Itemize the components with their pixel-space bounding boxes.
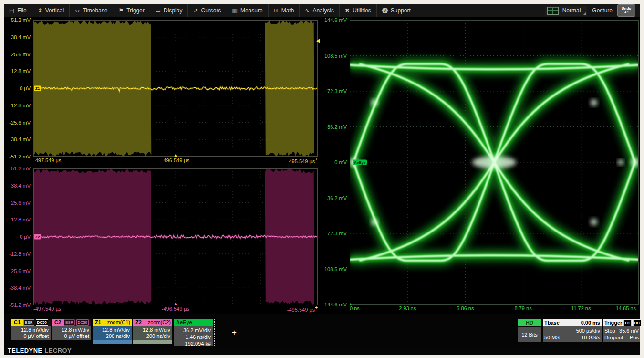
y-axis-label: 0 µV xyxy=(4,85,31,91)
trace-descriptor-aeeye[interactable]: AeEye36.2 mV/div1.46 ns/div192.094 k# xyxy=(174,319,213,348)
tbase-samples: 50 MS xyxy=(544,334,560,341)
file-icon: ▤ xyxy=(9,7,14,14)
descriptor-title: Z2 xyxy=(134,319,143,326)
measure-icon: ▥ xyxy=(232,7,238,14)
trigger-level-marker[interactable] xyxy=(316,39,320,43)
vertical-icon: ↕ xyxy=(38,7,42,14)
y-axis-label: 38.4 mV xyxy=(4,183,31,189)
y-axis-label: 144.6 mV xyxy=(319,17,347,23)
waveform-plot-area[interactable] xyxy=(33,20,318,157)
menu-math[interactable]: ⊞Math xyxy=(269,4,300,17)
descriptor-header: Z1zoom(C1) xyxy=(93,319,132,326)
menu-display[interactable]: ▭Display xyxy=(150,4,188,17)
trigger-time-marker[interactable]: ▲ xyxy=(174,301,178,306)
timebase-box[interactable]: Tbase 0.00 ms 500 µs/div 50 MS 10 GS/s xyxy=(543,319,602,342)
menu-support[interactable]: iSupport xyxy=(377,4,416,17)
brand-logo: TELEDYNE xyxy=(8,347,42,354)
descriptor-values: 12.8 mV/div0 µV offset xyxy=(11,326,51,340)
undo-button[interactable]: Undo ↶ xyxy=(617,4,635,17)
eye-origin-marker: ▲ xyxy=(349,302,353,306)
descriptor-title: AeEye xyxy=(175,319,194,326)
menu-label: Utilities xyxy=(353,7,371,14)
x-axis-label-text: -497.549 µs xyxy=(33,158,61,163)
y-axis-label: -12.8 mV xyxy=(4,103,31,108)
y-axis-label: -51.2 mV xyxy=(4,302,31,308)
menu-label: Vertical xyxy=(45,7,64,14)
trigger-slope: Pos xyxy=(630,334,639,341)
x-axis-label: 5.86 ns xyxy=(457,305,474,311)
brand-logo-sub: LECROY xyxy=(45,347,72,354)
menu-analysis[interactable]: ∿Analysis xyxy=(300,4,340,17)
menu-cursors[interactable]: ↗Cursors xyxy=(188,4,227,17)
zoom-z1-waveform-panel[interactable]: 51.2 mV38.4 mV25.6 mV12.8 mV0 µV-12.8 mV… xyxy=(4,17,319,166)
menu-utilities[interactable]: ✖Utilities xyxy=(340,4,377,17)
menu-items: ▤File↕Vertical↔Timebase⚑Trigger▭Display↗… xyxy=(4,4,416,17)
trigger-type: Dropout xyxy=(604,334,623,341)
trace-descriptor-c2[interactable]: C2ESRDC5012.8 mV/div0 µV offset xyxy=(52,319,91,340)
menu-label: Support xyxy=(391,7,411,14)
waveform-plot-area[interactable] xyxy=(33,168,318,305)
eye-zero-level-badge[interactable]: AeEye xyxy=(353,160,367,165)
x-axis-label: 2.93 ns xyxy=(399,305,416,311)
menu-bar: ▤File↕Vertical↔Timebase⚑Trigger▭Display↗… xyxy=(4,4,640,18)
trigger-time-marker[interactable]: ▲ xyxy=(174,153,178,158)
eye-diagram-panel[interactable]: 144.6 mV108.5 mV72.3 mV36.2 mV0 mV-36.2 … xyxy=(319,17,640,314)
descriptor-value-line: 12.8 mV/div xyxy=(13,327,49,333)
y-axis-label: 0 mV xyxy=(319,159,347,165)
display-mode-selector[interactable]: Normal xyxy=(545,6,588,16)
descriptor-subtitle: zoom(C2) xyxy=(148,319,171,326)
eye-diagram-plot-area[interactable] xyxy=(350,20,639,305)
menu-timebase[interactable]: ↔Timebase xyxy=(70,4,113,17)
utilities-icon: ✖ xyxy=(345,7,350,14)
chevron-corner-icon xyxy=(583,12,586,15)
descriptor-values: 12.8 mV/div200 ns/div xyxy=(93,326,132,340)
descriptor-value-line: 200 ns/div xyxy=(135,333,170,339)
descriptor-header: C2ESRDC50 xyxy=(52,319,91,326)
esr-badge: ESR xyxy=(23,319,34,326)
y-axis-label: 72.3 mV xyxy=(319,88,347,94)
descriptor-values: 36.2 mV/div1.46 ns/div192.094 k# xyxy=(174,326,213,348)
descriptor-title: C1 xyxy=(12,319,22,326)
x-axis-label-text: -497.549 µs xyxy=(33,306,61,312)
zero-level-badge[interactable]: Z1 xyxy=(34,86,41,91)
descriptor-value-line: 12.8 mV/div xyxy=(94,327,130,333)
menu-label: File xyxy=(17,7,26,14)
y-axis-label: -25.6 mV xyxy=(4,268,31,274)
menu-vertical[interactable]: ↕Vertical xyxy=(32,4,70,17)
x-axis-label: -495.549 µs+ xyxy=(287,158,318,164)
y-axis-label: -51.2 mV xyxy=(4,154,31,159)
trace-descriptor-z2[interactable]: Z2zoom(C2)12.8 mV/div200 ns/div xyxy=(133,319,172,344)
x-axis-label: -497.549 µs xyxy=(33,306,61,312)
add-trace-button[interactable]: + xyxy=(214,319,254,347)
descriptor-header: AeEye xyxy=(174,319,213,326)
menu-file[interactable]: ▤File xyxy=(4,4,32,17)
trigger-box[interactable]: Trigger C1 DC Stop 35.6 mV Dropout Pos xyxy=(603,319,640,342)
y-axis-label: 38.4 mV xyxy=(4,34,31,40)
zoom-z2-waveform-panel[interactable]: 51.2 mV38.4 mV25.6 mV12.8 mV0 µV-12.8 mV… xyxy=(4,166,319,314)
trigger-title: Trigger xyxy=(604,319,622,326)
menu-label: Cursors xyxy=(201,7,221,14)
zero-level-badge[interactable]: Z2 xyxy=(34,234,41,240)
trace-descriptor-c1[interactable]: C1ESRDC5012.8 mV/div0 µV offset xyxy=(11,319,51,340)
logo-bar: TELEDYNE LECROY xyxy=(4,346,640,355)
analysis-icon: ∿ xyxy=(305,7,310,14)
hd-resolution-box[interactable]: HD 12 Bits xyxy=(518,319,541,342)
x-axis-label: -497.549 µs xyxy=(33,158,61,163)
oscilloscope-app: ▤File↕Vertical↔Timebase⚑Trigger▭Display↗… xyxy=(4,4,640,355)
dc50-badge: DC50 xyxy=(36,319,48,326)
menu-trigger[interactable]: ⚑Trigger xyxy=(113,4,150,17)
trigger-coupling-badge: DC xyxy=(633,320,642,326)
tbase-offset: 0.00 ms xyxy=(581,319,600,326)
trigger-level: 35.6 mV xyxy=(619,327,639,334)
descriptor-header: Z2zoom(C2) xyxy=(133,319,172,326)
menu-label: Analysis xyxy=(312,7,334,14)
x-axis-label: -496.549 µs xyxy=(162,158,189,163)
y-axis-label: -38.4 mV xyxy=(4,137,31,142)
y-axis-label: -144.6 mV xyxy=(319,302,347,307)
descriptor-accent-strip xyxy=(93,340,132,344)
trace-descriptor-z1[interactable]: Z1zoom(C1)12.8 mV/div200 ns/div xyxy=(93,319,132,344)
menu-label: Timebase xyxy=(83,7,107,14)
timebase-icon: ↔ xyxy=(75,7,80,14)
menu-measure[interactable]: ▥Measure xyxy=(227,4,269,17)
trigger-icon: ⚑ xyxy=(118,7,124,14)
